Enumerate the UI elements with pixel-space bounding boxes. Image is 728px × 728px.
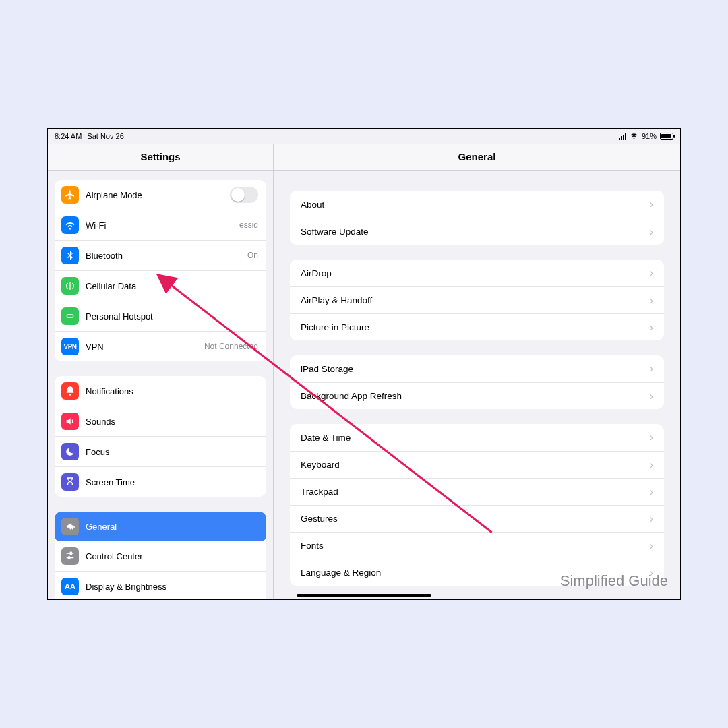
detail-group-1: About › Software Update › bbox=[290, 191, 664, 245]
detail-item-label: Background App Refresh bbox=[301, 391, 643, 401]
detail-item-label: AirPlay & Handoff bbox=[301, 295, 643, 305]
sidebar-item-focus[interactable]: Focus bbox=[55, 436, 266, 466]
chevron-right-icon: › bbox=[650, 226, 653, 238]
sidebar-item-cellular[interactable]: Cellular Data bbox=[55, 270, 266, 301]
ipad-device-frame: 8:24 AM Sat Nov 26 91% Settings bbox=[47, 128, 681, 600]
sidebar-item-label: Control Center bbox=[86, 551, 258, 562]
detail-item-airdrop[interactable]: AirDrop › bbox=[290, 260, 664, 286]
sidebar-item-display[interactable]: AA Display & Brightness bbox=[55, 571, 266, 599]
sidebar-item-label: Notifications bbox=[86, 386, 258, 396]
detail-item-datetime[interactable]: Date & Time › bbox=[290, 424, 664, 451]
detail-item-label: iPad Storage bbox=[301, 364, 643, 374]
detail-item-trackpad[interactable]: Trackpad › bbox=[290, 478, 664, 505]
detail-item-label: Language & Region bbox=[301, 568, 643, 578]
sidebar-group-alerts: Notifications Sounds Focus bbox=[55, 376, 266, 497]
sidebar-item-hotspot[interactable]: Personal Hotspot bbox=[55, 301, 266, 331]
detail-group-2: AirDrop › AirPlay & Handoff › Picture in… bbox=[290, 260, 664, 340]
detail-item-label: Date & Time bbox=[301, 433, 643, 443]
sidebar-item-sounds[interactable]: Sounds bbox=[55, 406, 266, 436]
gear-icon bbox=[61, 518, 79, 535]
detail-item-storage[interactable]: iPad Storage › bbox=[290, 355, 664, 382]
chevron-right-icon: › bbox=[650, 322, 653, 334]
bell-icon bbox=[61, 382, 79, 400]
chevron-right-icon: › bbox=[650, 486, 653, 498]
detail-item-label: Fonts bbox=[301, 541, 643, 551]
sidebar-item-bluetooth[interactable]: Bluetooth On bbox=[55, 240, 266, 270]
detail-item-label: AirDrop bbox=[301, 268, 643, 278]
status-date: Sat Nov 26 bbox=[87, 132, 123, 140]
moon-icon bbox=[61, 443, 79, 460]
detail-item-bg-refresh[interactable]: Background App Refresh › bbox=[290, 382, 664, 409]
airplane-icon bbox=[61, 186, 79, 204]
sidebar-item-label: Display & Brightness bbox=[86, 582, 258, 592]
sidebar-item-label: Focus bbox=[86, 447, 258, 457]
sidebar-item-control-center[interactable]: Control Center bbox=[55, 541, 266, 571]
battery-icon bbox=[660, 133, 673, 140]
detail-group-3: iPad Storage › Background App Refresh › bbox=[290, 355, 664, 409]
wifi-status-icon bbox=[630, 131, 638, 142]
status-time: 8:24 AM bbox=[55, 132, 82, 140]
detail-item-label: Keyboard bbox=[301, 460, 643, 470]
detail-item-label: Software Update bbox=[301, 226, 643, 237]
sidebar-item-airplane[interactable]: Airplane Mode bbox=[55, 180, 266, 210]
detail-item-airplay[interactable]: AirPlay & Handoff › bbox=[290, 286, 664, 313]
sidebar-item-screentime[interactable]: Screen Time bbox=[55, 466, 266, 497]
detail-item-label: Picture in Picture bbox=[301, 322, 643, 332]
chevron-right-icon: › bbox=[650, 513, 653, 525]
detail-item-software-update[interactable]: Software Update › bbox=[290, 218, 664, 245]
bluetooth-icon bbox=[61, 247, 79, 264]
status-bar: 8:24 AM Sat Nov 26 91% bbox=[48, 129, 680, 144]
chevron-right-icon: › bbox=[650, 459, 653, 471]
wifi-value: essid bbox=[239, 220, 258, 230]
cellular-icon bbox=[61, 277, 79, 295]
sidebar-item-label: General bbox=[86, 522, 258, 532]
sidebar-item-label: VPN bbox=[86, 342, 198, 352]
sidebar-item-label: Bluetooth bbox=[86, 251, 241, 261]
vpn-icon: VPN bbox=[61, 338, 79, 355]
detail-item-label: Gestures bbox=[301, 514, 643, 524]
airplane-toggle[interactable] bbox=[230, 187, 258, 203]
sidebar-item-label: Cellular Data bbox=[86, 281, 258, 291]
detail-item-pip[interactable]: Picture in Picture › bbox=[290, 313, 664, 340]
detail-item-gestures[interactable]: Gestures › bbox=[290, 505, 664, 532]
signal-icon bbox=[619, 133, 626, 140]
detail-item-fonts[interactable]: Fonts › bbox=[290, 532, 664, 559]
sidebar-item-label: Wi-Fi bbox=[86, 220, 233, 231]
detail-title: General bbox=[274, 144, 680, 171]
display-icon: AA bbox=[61, 578, 79, 595]
sidebar-group-connectivity: Airplane Mode Wi-Fi essid bbox=[55, 180, 266, 361]
sidebar-title: Settings bbox=[48, 144, 273, 171]
bluetooth-value: On bbox=[247, 251, 258, 260]
detail-item-label: About bbox=[301, 200, 643, 210]
sidebar-item-vpn[interactable]: VPN VPN Not Connected bbox=[55, 331, 266, 361]
chevron-right-icon: › bbox=[650, 267, 653, 279]
sidebar-item-label: Personal Hotspot bbox=[86, 311, 258, 322]
detail-pane: General About › Software Update › AirDro… bbox=[274, 144, 680, 599]
hourglass-icon bbox=[61, 473, 79, 491]
chevron-right-icon: › bbox=[650, 198, 653, 210]
detail-item-language[interactable]: Language & Region › bbox=[290, 559, 664, 586]
chevron-right-icon: › bbox=[650, 431, 653, 444]
chevron-right-icon: › bbox=[650, 540, 653, 552]
chevron-right-icon: › bbox=[650, 363, 653, 375]
sidebar-item-general[interactable]: General bbox=[55, 512, 266, 541]
sidebar-item-wifi[interactable]: Wi-Fi essid bbox=[55, 210, 266, 240]
detail-item-about[interactable]: About › bbox=[290, 191, 664, 218]
detail-item-label: Trackpad bbox=[301, 487, 643, 497]
settings-sidebar: Settings Airplane Mode Wi-Fi bbox=[48, 144, 274, 599]
battery-percent: 91% bbox=[642, 132, 657, 140]
sidebar-group-system: General Control Center AA Display & Brig… bbox=[55, 512, 266, 599]
chevron-right-icon: › bbox=[650, 390, 653, 402]
sidebar-item-label: Airplane Mode bbox=[86, 190, 223, 200]
chevron-right-icon: › bbox=[650, 295, 653, 307]
sidebar-item-label: Sounds bbox=[86, 417, 258, 427]
vpn-value: Not Connected bbox=[204, 342, 258, 351]
detail-item-keyboard[interactable]: Keyboard › bbox=[290, 451, 664, 478]
hotspot-icon bbox=[61, 307, 79, 325]
home-indicator bbox=[297, 594, 431, 597]
sidebar-item-notifications[interactable]: Notifications bbox=[55, 376, 266, 406]
speaker-icon bbox=[61, 413, 79, 430]
chevron-right-icon: › bbox=[650, 567, 653, 579]
wifi-icon bbox=[61, 216, 79, 234]
sliders-icon bbox=[61, 547, 79, 565]
